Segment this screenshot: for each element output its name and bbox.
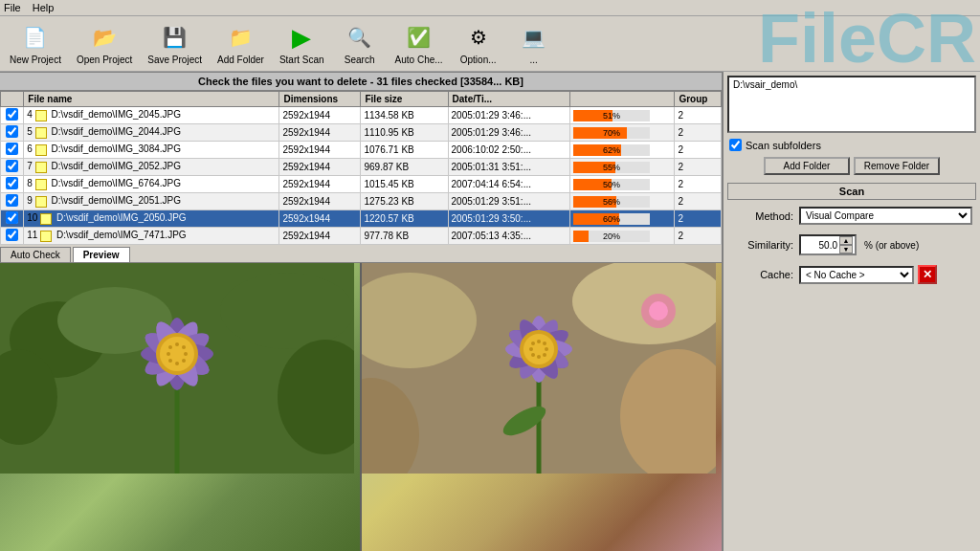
right-panel: D:\vsair_demo\ Scan subfolders Add Folde…	[724, 72, 980, 551]
row-checkbox[interactable]	[6, 177, 18, 189]
cache-select[interactable]: < No Cache >	[799, 266, 914, 284]
row-similarity: 20%	[570, 228, 675, 245]
file-icon	[35, 127, 47, 139]
row-similarity: 50%	[570, 176, 675, 193]
left-panel: Check the files you want to delete - 31 …	[0, 72, 724, 551]
similarity-label: Similarity:	[731, 239, 793, 251]
row-num: 9	[27, 195, 34, 206]
row-filename: 9 D:\vsdif_demo\IMG_2051.JPG	[24, 193, 279, 210]
similarity-bar-bg: 51%	[573, 110, 650, 121]
table-row[interactable]: 5 D:\vsdif_demo\IMG_2044.JPG 2592x1944 1…	[1, 124, 722, 142]
preview-image-right	[360, 263, 722, 551]
spinbox-up-button[interactable]: ▲	[839, 236, 853, 245]
row-path: D:\vsdif_demo\IMG_2044.JPG	[51, 126, 181, 137]
row-checkbox[interactable]	[6, 125, 18, 138]
file-icon	[35, 162, 47, 173]
row-checkbox[interactable]	[6, 143, 18, 155]
svg-point-48	[543, 353, 546, 357]
remove-folder-panel-button[interactable]: Remove Folder	[854, 157, 940, 175]
row-checkbox-cell[interactable]	[1, 142, 24, 159]
file-table-scroll[interactable]: File name Dimensions File size Date/Ti..…	[0, 91, 722, 245]
row-group: 2	[675, 107, 722, 124]
row-dimensions: 2592x1944	[279, 193, 361, 210]
row-similarity: 60%	[570, 210, 675, 228]
row-checkbox-cell[interactable]	[1, 210, 24, 228]
add-folder-panel-button[interactable]: Add Folder	[764, 157, 850, 175]
table-row[interactable]: 8 D:\vsdif_demo\IMG_6764.JPG 2592x1944 1…	[1, 176, 722, 193]
method-select[interactable]: Visual Compare Binary Compare Filename C…	[799, 207, 972, 225]
col-filename[interactable]: File name	[24, 92, 279, 107]
row-date: 2005:01:29 3:46:...	[448, 107, 570, 124]
row-checkbox-cell[interactable]	[1, 193, 24, 210]
row-similarity: 55%	[570, 159, 675, 176]
save-project-icon: 💾	[160, 22, 190, 53]
row-group: 2	[675, 193, 722, 210]
scan-subfolders-checkbox[interactable]	[729, 139, 742, 151]
new-project-label: New Project	[10, 55, 61, 65]
row-num: 10	[27, 212, 40, 223]
row-checkbox-cell[interactable]	[1, 176, 24, 193]
cache-row: Cache: < No Cache > ✕	[727, 262, 976, 287]
col-dimensions[interactable]: Dimensions	[279, 92, 361, 107]
row-similarity: 51%	[570, 107, 675, 124]
tab-preview[interactable]: Preview	[73, 247, 130, 262]
extra-icon: 💻	[519, 22, 549, 53]
col-check[interactable]	[1, 92, 24, 107]
table-row[interactable]: 10 D:\vsdif_demo\IMG_2050.JPG 2592x1944 …	[1, 210, 722, 228]
col-sim[interactable]	[570, 92, 675, 107]
file-icon	[40, 213, 52, 225]
row-checkbox-cell[interactable]	[1, 159, 24, 176]
row-checkbox[interactable]	[6, 160, 18, 172]
auto-check-button[interactable]: ✅ Auto Che...	[391, 20, 447, 67]
table-row[interactable]: 9 D:\vsdif_demo\IMG_2051.JPG 2592x1944 1…	[1, 193, 722, 210]
row-checkbox[interactable]	[6, 194, 18, 207]
row-filename: 4 D:\vsdif_demo\IMG_2045.JPG	[24, 107, 279, 124]
row-checkbox-cell[interactable]	[1, 124, 24, 142]
similarity-bar-text: 60%	[573, 213, 650, 225]
row-num: 5	[27, 126, 34, 137]
row-path: D:\vsdif_demo\IMG_7471.JPG	[56, 230, 187, 240]
row-dimensions: 2592x1944	[279, 142, 361, 159]
similarity-bar-bg: 60%	[573, 213, 650, 225]
add-folder-button[interactable]: 📁 Add Folder	[213, 20, 268, 67]
similarity-input[interactable]	[801, 239, 839, 252]
table-row[interactable]: 4 D:\vsdif_demo\IMG_2045.JPG 2592x1944 1…	[1, 107, 722, 124]
open-project-button[interactable]: 📂 Open Project	[73, 20, 136, 67]
row-checkbox[interactable]	[6, 211, 18, 224]
save-project-button[interactable]: 💾 Save Project	[144, 20, 206, 67]
similarity-bar-bg: 55%	[573, 162, 650, 173]
file-icon	[35, 110, 47, 121]
cache-controls: < No Cache > ✕	[799, 265, 937, 284]
row-date: 2007:05:13 4:35:...	[448, 228, 570, 245]
row-checkbox[interactable]	[6, 229, 18, 241]
extra-button[interactable]: 💻 ...	[510, 20, 558, 67]
col-group[interactable]: Group	[675, 92, 722, 107]
svg-point-23	[168, 359, 172, 363]
row-checkbox-cell[interactable]	[1, 107, 24, 124]
svg-point-16	[160, 337, 194, 371]
similarity-bar-bg: 56%	[573, 196, 650, 208]
row-checkbox[interactable]	[6, 108, 18, 121]
menu-help[interactable]: Help	[33, 2, 55, 13]
svg-point-20	[184, 352, 188, 356]
options-button[interactable]: ⚙ Option...	[455, 20, 502, 67]
method-row: Method: Visual Compare Binary Compare Fi…	[727, 204, 976, 228]
tab-autocheck[interactable]: Auto Check	[0, 247, 71, 262]
search-button[interactable]: 🔍 Search	[336, 20, 384, 67]
cache-clear-button[interactable]: ✕	[918, 265, 937, 284]
start-scan-label: Start Scan	[279, 55, 324, 65]
spinbox-down-button[interactable]: ▼	[839, 245, 853, 253]
menu-file[interactable]: File	[4, 2, 21, 13]
col-date[interactable]: Date/Ti...	[448, 92, 570, 107]
table-row[interactable]: 11 D:\vsdif_demo\IMG_7471.JPG 2592x1944 …	[1, 228, 722, 245]
table-row[interactable]: 6 D:\vsdif_demo\IMG_3084.JPG 2592x1944 1…	[1, 142, 722, 159]
row-num: 6	[27, 143, 34, 154]
start-scan-button[interactable]: ▶ Start Scan	[276, 20, 328, 67]
open-project-icon: 📂	[89, 22, 120, 53]
col-filesize[interactable]: File size	[361, 92, 448, 107]
new-project-button[interactable]: 📄 New Project	[6, 20, 65, 67]
row-checkbox-cell[interactable]	[1, 228, 24, 245]
table-row[interactable]: 7 D:\vsdif_demo\IMG_2052.JPG 2592x1944 9…	[1, 159, 722, 176]
row-num: 8	[27, 178, 34, 188]
svg-point-19	[182, 345, 186, 349]
